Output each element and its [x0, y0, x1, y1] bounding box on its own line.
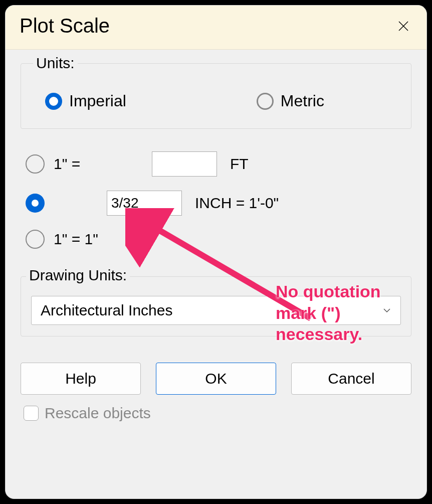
dialog-content: Units: Imperial Metric 1" = FT: [6, 50, 426, 498]
units-legend: Units:: [33, 55, 78, 72]
units-imperial-option[interactable]: Imperial: [45, 92, 126, 110]
radio-scale-one[interactable]: [26, 230, 45, 249]
cancel-button[interactable]: Cancel: [291, 363, 411, 395]
titlebar: Plot Scale: [6, 6, 426, 50]
units-metric-label: Metric: [281, 92, 324, 110]
scale-ft-suffix: FT: [230, 155, 249, 173]
scale-options: 1" = FT INCH = 1'-0" 1" = 1": [21, 151, 411, 249]
button-row: Help OK Cancel: [21, 363, 411, 395]
units-metric-option[interactable]: Metric: [257, 92, 324, 110]
drawing-units-label: Drawing Units:: [26, 267, 130, 284]
radio-icon: [45, 93, 62, 110]
ok-button[interactable]: OK: [156, 363, 276, 395]
plot-scale-dialog: Plot Scale Units: Imperial Metric: [5, 5, 427, 499]
scale-inch-input[interactable]: [107, 191, 182, 216]
help-button[interactable]: Help: [21, 363, 141, 395]
scale-ft-prefix: 1" =: [54, 155, 94, 173]
radio-scale-inch[interactable]: [26, 194, 45, 213]
scale-option-inch: INCH = 1'-0": [26, 191, 411, 216]
drawing-units-select[interactable]: Architectural Inches: [31, 296, 401, 325]
rescale-row: Rescale objects: [21, 405, 411, 422]
scale-option-one-to-one: 1" = 1": [26, 230, 411, 249]
dialog-title: Plot Scale: [20, 15, 110, 37]
chevron-down-icon: [382, 306, 391, 315]
close-button[interactable]: [394, 17, 412, 35]
units-imperial-label: Imperial: [69, 92, 126, 110]
radio-scale-ft[interactable]: [26, 154, 45, 174]
units-fieldset: Units: Imperial Metric: [21, 55, 411, 129]
drawing-units-group: Drawing Units: Architectural Inches: [21, 276, 411, 337]
radio-icon: [257, 93, 274, 110]
scale-one-label: 1" = 1": [54, 231, 98, 248]
rescale-checkbox[interactable]: [24, 406, 39, 421]
units-radio-row: Imperial Metric: [36, 87, 396, 110]
drawing-units-value: Architectural Inches: [41, 302, 172, 319]
scale-ft-input[interactable]: [152, 151, 217, 177]
scale-inch-suffix: INCH = 1'-0": [195, 195, 279, 212]
close-icon: [398, 21, 409, 32]
scale-option-ft: 1" = FT: [26, 151, 411, 177]
rescale-label: Rescale objects: [45, 405, 151, 422]
